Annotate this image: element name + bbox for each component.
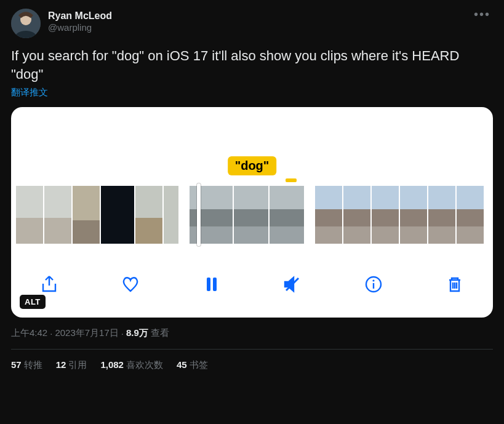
media-toolbar bbox=[11, 267, 493, 302]
tweet-text: If you search for "dog" on iOS 17 it'll … bbox=[11, 47, 493, 83]
avatar[interactable] bbox=[11, 9, 41, 38]
heart-icon[interactable] bbox=[117, 271, 144, 298]
user-names: Ryan McLeod @warpling bbox=[48, 10, 112, 34]
clip-thumbnail-group[interactable] bbox=[315, 186, 484, 244]
search-tag-label: "dog" bbox=[228, 156, 277, 175]
clip-thumbnail-group[interactable] bbox=[16, 186, 178, 244]
like-count[interactable]: 1,082喜欢次数 bbox=[100, 359, 163, 371]
svg-point-7 bbox=[373, 280, 375, 282]
alt-badge[interactable]: ALT bbox=[20, 295, 46, 309]
pause-icon[interactable] bbox=[198, 271, 225, 298]
trash-icon[interactable] bbox=[441, 271, 468, 298]
svg-rect-2 bbox=[207, 278, 210, 291]
tweet-time[interactable]: 上午4:42 bbox=[11, 327, 47, 339]
translate-link[interactable]: 翻译推文 bbox=[11, 87, 493, 98]
video-timeline[interactable] bbox=[11, 186, 493, 244]
tweet-header: Ryan McLeod @warpling bbox=[11, 9, 493, 38]
clip-thumbnail-group[interactable] bbox=[190, 186, 304, 244]
playhead[interactable] bbox=[197, 183, 201, 246]
more-icon[interactable]: ••• bbox=[474, 7, 490, 22]
info-icon[interactable] bbox=[360, 271, 387, 298]
tweet-container: Ryan McLeod @warpling ••• If you search … bbox=[0, 0, 504, 371]
svg-rect-3 bbox=[213, 278, 217, 291]
tweet-meta: 上午4:42 · 2023年7月17日 · 8.9万 查看 bbox=[11, 327, 493, 339]
search-tag-marker bbox=[286, 178, 297, 182]
tweet-stats: 57转推 12引用 1,082喜欢次数 45书签 bbox=[11, 350, 493, 371]
tweet-date[interactable]: 2023年7月17日 bbox=[55, 327, 118, 339]
media-card[interactable]: "dog" bbox=[11, 107, 493, 318]
bookmark-count[interactable]: 45书签 bbox=[177, 359, 208, 371]
user-handle[interactable]: @warpling bbox=[48, 22, 112, 34]
retweet-count[interactable]: 57转推 bbox=[11, 359, 42, 371]
view-count[interactable]: 8.9万 查看 bbox=[126, 327, 169, 339]
mute-icon[interactable] bbox=[279, 271, 306, 298]
share-icon[interactable] bbox=[36, 271, 63, 298]
display-name[interactable]: Ryan McLeod bbox=[48, 10, 112, 22]
quote-count[interactable]: 12引用 bbox=[56, 359, 87, 371]
